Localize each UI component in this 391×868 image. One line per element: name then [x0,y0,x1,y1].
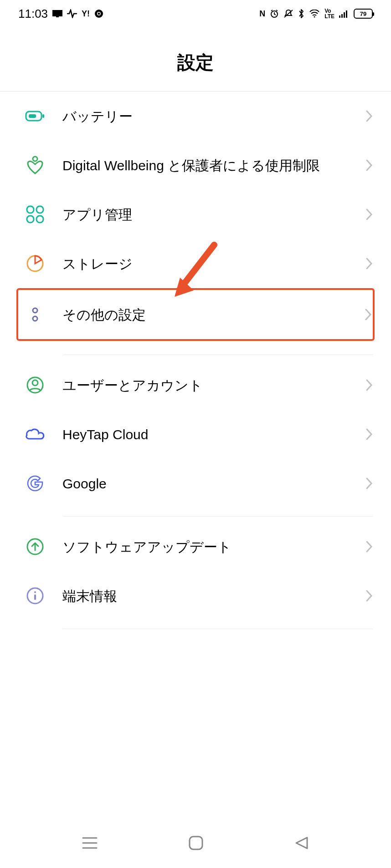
nav-home-button[interactable] [188,835,204,851]
svg-point-6 [314,16,315,18]
settings-item-battery[interactable]: バッテリー [0,91,391,141]
svg-point-23 [32,380,38,386]
chevron-right-icon [365,477,373,490]
settings-item-heytap[interactable]: HeyTap Cloud [0,410,391,459]
settings-item-apps[interactable]: アプリ管理 [0,190,391,239]
settings-item-wellbeing[interactable]: Digital Wellbeing と保護者による使用制限 [0,141,391,190]
screen-icon [52,10,62,17]
svg-rect-12 [42,114,44,118]
wifi-icon [309,10,320,18]
page-title: 設定 [0,50,391,75]
svg-rect-31 [190,837,202,849]
svg-point-20 [33,308,37,313]
navigation-bar [0,818,391,868]
divider [63,355,373,355]
volte-icon: VoLTE [324,8,334,19]
nav-recent-button[interactable] [81,835,98,851]
google-icon [25,473,45,493]
settings-list: バッテリー Digital Wellbeing と保護者による使用制限 アプリ管… [0,91,391,629]
nfc-icon: N [259,9,265,19]
cloud-icon [25,424,45,444]
status-left: 11:03 Y! [18,7,103,21]
settings-item-label: 端末情報 [62,586,361,606]
svg-rect-10 [346,10,347,18]
chevron-right-icon [365,428,373,441]
status-bar: 11:03 Y! N VoLTE 79 [0,0,391,27]
bluetooth-icon [298,9,304,19]
svg-point-14 [33,157,37,161]
yahoo-icon: Y! [82,9,90,19]
settings-item-storage[interactable]: ストレージ [0,239,391,288]
settings-item-label: HeyTap Cloud [62,424,361,445]
signal-icon [339,10,349,18]
pulse-icon [67,9,77,18]
chevron-right-icon [365,308,372,321]
chevron-right-icon [365,589,373,602]
wellbeing-icon [25,155,45,175]
settings-item-update[interactable]: ソフトウェアアップデート [0,522,391,571]
other-settings-icon [25,305,45,325]
svg-rect-18 [36,216,43,223]
settings-item-about[interactable]: 端末情報 [0,571,391,620]
svg-rect-8 [341,14,343,18]
settings-item-label: Digital Wellbeing と保護者による使用制限 [62,155,361,176]
chevron-right-icon [365,159,373,172]
settings-item-label: アプリ管理 [62,204,361,225]
settings-item-label: Google [62,473,361,494]
status-right: N VoLTE 79 [259,8,373,19]
settings-item-label: ソフトウェアアップデート [62,537,361,557]
svg-point-26 [34,591,36,593]
settings-item-google[interactable]: Google [0,459,391,508]
settings-item-users[interactable]: ユーザーとアカウント [0,360,391,410]
svg-rect-0 [52,10,62,16]
chevron-right-icon [365,208,373,221]
settings-item-label: ユーザーとアカウント [62,375,361,396]
svg-rect-15 [27,206,34,213]
svg-rect-9 [344,12,345,18]
page-header: 設定 [0,27,391,91]
divider [63,629,373,629]
svg-rect-27 [34,594,36,600]
svg-point-4 [98,13,100,15]
annotation-highlight: その他の設定 [16,288,375,341]
settings-item-label: その他の設定 [62,305,360,325]
battery-icon: 79 [354,9,373,19]
settings-item-other[interactable]: その他の設定 [18,290,373,339]
svg-rect-13 [29,114,36,118]
storage-icon [25,254,45,274]
status-time: 11:03 [18,7,48,21]
nav-back-button[interactable] [293,835,310,851]
svg-rect-16 [36,206,43,213]
battery-setting-icon [25,106,45,126]
svg-rect-7 [339,15,340,18]
chrome-icon [94,9,103,18]
battery-level: 79 [360,10,366,17]
info-icon [25,586,45,606]
apps-icon [25,204,45,224]
update-icon [25,537,45,557]
settings-item-label: ストレージ [62,254,361,274]
svg-rect-1 [56,16,59,17]
mute-icon [283,9,293,18]
divider [63,516,373,517]
chevron-right-icon [365,110,373,122]
svg-point-21 [33,316,37,321]
alarm-icon [270,9,279,18]
chevron-right-icon [365,540,373,553]
svg-rect-17 [27,216,34,223]
chevron-right-icon [365,257,373,270]
chevron-right-icon [365,379,373,391]
users-icon [25,375,45,395]
settings-item-label: バッテリー [62,106,361,127]
